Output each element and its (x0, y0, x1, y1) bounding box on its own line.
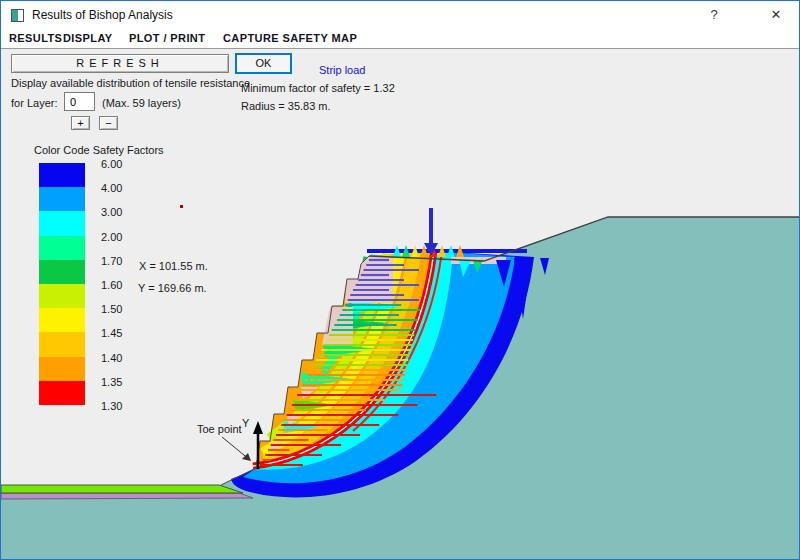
refresh-button[interactable]: REFRESH (11, 54, 229, 73)
legend-swatch (39, 211, 85, 235)
layer-max-label: (Max. 59 layers) (102, 97, 181, 109)
display-distribution-label: Display available distribution of tensil… (11, 77, 250, 89)
legend-swatch (39, 332, 85, 356)
crest-line (367, 249, 527, 253)
base-layer-violet (1, 493, 253, 499)
legend-value: 1.35 (101, 376, 122, 388)
app-icon (11, 9, 24, 22)
menu-display[interactable]: DISPLAY (63, 32, 112, 44)
radius-text: Radius = 35.83 m. (241, 100, 331, 112)
legend-swatch (39, 260, 85, 284)
center-y-coordinate: Y = 169.66 m. (138, 282, 207, 294)
legend-value: 1.30 (101, 400, 122, 412)
legend-value: 6.00 (101, 158, 122, 170)
legend-value: 1.40 (101, 352, 122, 364)
menu-plot-print[interactable]: PLOT / PRINT (129, 32, 205, 44)
center-x-coordinate: X = 101.55 m. (139, 260, 208, 272)
layer-input[interactable] (64, 92, 95, 111)
min-fos-text: Minimum factor of safety = 1.32 (241, 82, 395, 94)
red-dot (180, 205, 183, 208)
legend-swatch (39, 284, 85, 308)
legend-value: 1.45 (101, 327, 122, 339)
base-layer-green (1, 485, 243, 493)
legend-swatch (39, 163, 85, 187)
menu-bar: RESULTS DISPLAY PLOT / PRINT CAPTURE SAF… (1, 29, 799, 49)
title-bar: Results of Bishop Analysis ? ✕ (1, 1, 799, 29)
legend-swatch (39, 236, 85, 260)
legend-swatch (39, 187, 85, 211)
legend-swatch (39, 381, 85, 405)
layer-label: for Layer: (11, 97, 57, 109)
legend-value: 1.70 (101, 255, 122, 267)
legend-value: 3.00 (101, 206, 122, 218)
close-button[interactable]: ✕ (761, 5, 791, 25)
window-title: Results of Bishop Analysis (32, 8, 173, 22)
legend-value: 1.50 (101, 303, 122, 315)
y-axis-arrow-head (253, 421, 263, 434)
ok-button[interactable]: OK (235, 53, 292, 74)
legend-value: 2.00 (101, 231, 122, 243)
legend-swatch (39, 308, 85, 332)
legend-swatch (39, 357, 85, 381)
legend-value: 1.60 (101, 279, 122, 291)
legend-value: 4.00 (101, 182, 122, 194)
layer-decrement-button[interactable]: − (99, 116, 118, 130)
client-area: REFRESH OK Display available distributio… (1, 49, 799, 559)
menu-results[interactable]: RESULTS (9, 32, 62, 44)
strip-load-label: Strip load (319, 64, 365, 76)
layer-increment-button[interactable]: + (71, 116, 90, 130)
legend-swatches (39, 163, 85, 405)
legend-title: Color Code Safety Factors (34, 144, 164, 156)
toe-point-label: Toe point (197, 423, 242, 435)
menu-capture-safety-map[interactable]: CAPTURE SAFETY MAP (223, 32, 357, 44)
y-axis-label: Y (242, 417, 249, 429)
help-button[interactable]: ? (699, 5, 729, 25)
app-window: Results of Bishop Analysis ? ✕ RESULTS D… (0, 0, 800, 560)
